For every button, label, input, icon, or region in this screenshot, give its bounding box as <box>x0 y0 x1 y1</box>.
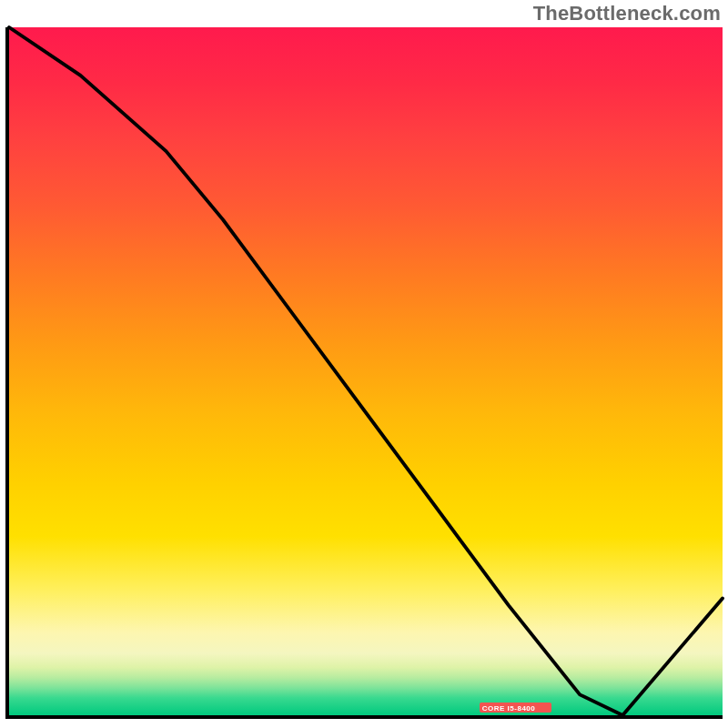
watermark-text: TheBottleneck.com <box>533 2 721 25</box>
plot-area: CORE I5-8400 <box>5 27 723 719</box>
annotation-badge <box>480 703 551 713</box>
bottleneck-curve <box>9 27 723 715</box>
chart-container: TheBottleneck.com CORE I5-8400 <box>0 0 728 728</box>
